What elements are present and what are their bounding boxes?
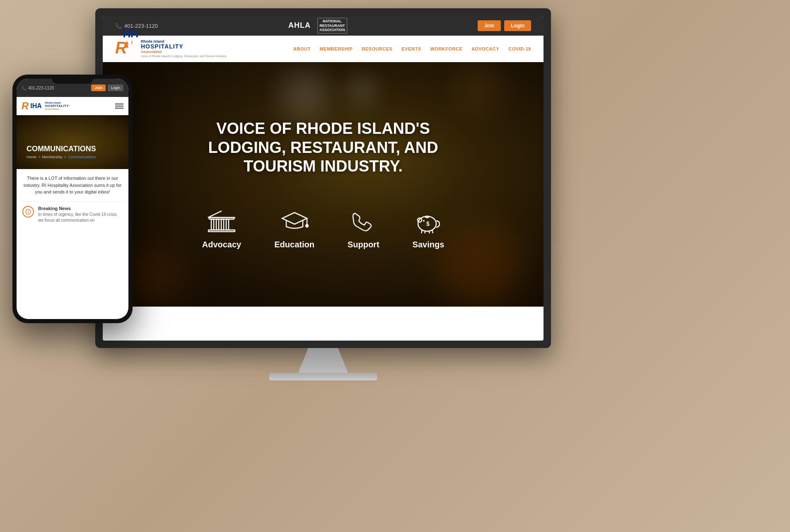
monitor-screen: 📞 401-223-1120 AHLA NATIONAL RESTAURANT … bbox=[103, 16, 544, 341]
support-icon bbox=[349, 209, 378, 234]
svg-rect-2 bbox=[211, 219, 214, 230]
desktop-join-button[interactable]: Join bbox=[478, 20, 501, 31]
svg-text:$: $ bbox=[426, 220, 430, 227]
bokeh-light-3 bbox=[458, 66, 500, 108]
logo-tagline-text: Voice of Rhode Island's Lodging, Restaur… bbox=[141, 55, 227, 58]
svg-rect-12 bbox=[425, 216, 429, 218]
breaking-news-content: Breaking News In times of urgency, like … bbox=[38, 206, 123, 223]
desktop-login-button[interactable]: Login bbox=[504, 20, 531, 31]
phone-login-button[interactable]: Login bbox=[108, 85, 123, 91]
hero-education-item[interactable]: Education bbox=[274, 209, 314, 249]
nav-link-resources[interactable]: RESOURCES bbox=[362, 46, 392, 51]
nav-link-about[interactable]: ABOUT bbox=[293, 46, 311, 51]
svg-line-13 bbox=[421, 230, 422, 233]
hero-title: VOICE OF RHODE ISLAND'S LODGING, RESTAUR… bbox=[178, 119, 468, 176]
bokeh-light-5 bbox=[125, 244, 187, 307]
phone-logo-r: R bbox=[22, 100, 29, 112]
monitor-stand bbox=[298, 348, 348, 373]
phone-number: 📞 401-223-1120 bbox=[22, 86, 54, 90]
hero-advocacy-item[interactable]: Advocacy bbox=[202, 209, 242, 249]
desktop-nav-links: ABOUT MEMBERSHIP RESOURCES EVENTS WORKFO… bbox=[293, 46, 531, 51]
svg-rect-3 bbox=[216, 219, 219, 230]
partner-logos: AHLA NATIONAL RESTAURANT ASSOCIATION bbox=[288, 18, 347, 34]
breaking-news-title: Breaking News bbox=[38, 206, 123, 211]
logo-letters: R I HA bbox=[115, 39, 138, 58]
desktop-monitor: 📞 401-223-1120 AHLA NATIONAL RESTAURANT … bbox=[95, 8, 551, 381]
bokeh-light-4 bbox=[439, 224, 522, 307]
monitor-body: 📞 401-223-1120 AHLA NATIONAL RESTAURANT … bbox=[95, 8, 551, 348]
phone-notch bbox=[52, 75, 93, 84]
advocacy-icon bbox=[207, 209, 236, 234]
nav-link-covid[interactable]: COVID-19 bbox=[508, 46, 531, 51]
svg-rect-5 bbox=[226, 219, 229, 230]
hamburger-line-1 bbox=[115, 104, 123, 104]
logo-tree-icon bbox=[124, 40, 129, 48]
phone-logo: R IHA Rhode Island HOSPITALITY Associati… bbox=[22, 100, 69, 112]
breadcrumb-current: Communications bbox=[68, 155, 96, 159]
nav-link-advocacy[interactable]: ADVOCACY bbox=[471, 46, 499, 51]
breadcrumb-membership[interactable]: Membership bbox=[42, 155, 63, 159]
phone-breadcrumb: Home > Membership > Communications bbox=[27, 155, 118, 159]
phone-device: 📞 401-223-1120 Join Login R IHA Rhode Is… bbox=[12, 75, 133, 323]
phone-icon-small: 📞 bbox=[22, 86, 27, 90]
phone-join-button[interactable]: Join bbox=[91, 85, 106, 91]
svg-point-21 bbox=[28, 213, 29, 213]
desktop-auth-buttons: Join Login bbox=[478, 20, 531, 31]
hamburger-line-3 bbox=[115, 108, 123, 109]
hero-icon-row: Advocacy bbox=[202, 209, 445, 249]
bokeh-light-2 bbox=[345, 75, 378, 108]
hamburger-menu[interactable] bbox=[115, 104, 123, 109]
phone-main-content: There is a LOT of information out there … bbox=[17, 169, 128, 201]
breadcrumb-home[interactable]: Home bbox=[27, 155, 36, 159]
breaking-news-icon bbox=[22, 206, 34, 218]
logo-hospitality-text: HOSPITALITY bbox=[141, 44, 227, 50]
savings-icon: $ bbox=[414, 209, 443, 234]
bokeh-light-1 bbox=[279, 70, 329, 120]
breaking-news-text: In times of urgency, like the Covid-19 c… bbox=[38, 212, 123, 223]
desktop-logo: R I HA Rhode Island HO bbox=[115, 39, 227, 58]
nav-link-workforce[interactable]: WORKFORCE bbox=[430, 46, 462, 51]
ahla-logo: AHLA bbox=[288, 21, 311, 30]
nav-link-events[interactable]: EVENTS bbox=[401, 46, 421, 51]
alert-icon bbox=[25, 209, 31, 215]
svg-point-11 bbox=[423, 220, 425, 222]
phone-content-text: There is a LOT of information out there … bbox=[22, 175, 123, 196]
bokeh-overlay bbox=[103, 62, 544, 307]
hero-background: VOICE OF RHODE ISLAND'S LODGING, RESTAUR… bbox=[103, 62, 544, 307]
support-label: Support bbox=[348, 240, 379, 249]
scene: 📞 401-223-1120 AHLA NATIONAL RESTAURANT … bbox=[0, 0, 790, 532]
phone-logo-iha: IHA bbox=[30, 102, 42, 110]
education-label: Education bbox=[274, 240, 314, 249]
phone-icon: 📞 bbox=[115, 23, 122, 29]
logo-text: Rhode Island HOSPITALITY Association Voi… bbox=[141, 40, 227, 58]
svg-point-9 bbox=[306, 225, 308, 227]
svg-line-16 bbox=[432, 230, 433, 233]
savings-label: Savings bbox=[413, 240, 445, 249]
advocacy-label: Advocacy bbox=[202, 240, 242, 249]
desktop-hero: VOICE OF RHODE ISLAND'S LODGING, RESTAUR… bbox=[103, 62, 544, 307]
monitor-base bbox=[269, 373, 377, 380]
logo-letter-ha: HA bbox=[123, 27, 138, 40]
phone-screen: 📞 401-223-1120 Join Login R IHA Rhode Is… bbox=[17, 79, 128, 319]
hamburger-line-2 bbox=[115, 106, 123, 106]
logo-association-text: Association bbox=[141, 50, 227, 54]
desktop-top-bar: 📞 401-223-1120 AHLA NATIONAL RESTAURANT … bbox=[103, 16, 544, 36]
svg-marker-0 bbox=[125, 41, 129, 48]
desktop-nav-bar: R I HA Rhode Island HO bbox=[103, 36, 544, 62]
nav-link-membership[interactable]: MEMBERSHIP bbox=[320, 46, 353, 51]
hero-savings-item[interactable]: $ Savings bbox=[413, 209, 445, 249]
breadcrumb-sep-1: > bbox=[38, 155, 40, 159]
logo-letter-i: I bbox=[131, 40, 133, 45]
nra-logo: NATIONAL RESTAURANT ASSOCIATION bbox=[317, 18, 347, 34]
svg-rect-6 bbox=[208, 230, 235, 232]
phone-breaking-news: Breaking News In times of urgency, like … bbox=[17, 201, 128, 227]
phone-hero: COMMUNICATIONS Home > Membership > Commu… bbox=[17, 115, 128, 169]
phone-number-text: 401-223-1120 bbox=[28, 86, 54, 90]
education-icon bbox=[280, 209, 309, 234]
phone-auth-buttons: Join Login bbox=[91, 85, 123, 91]
hero-support-item[interactable]: Support bbox=[348, 209, 379, 249]
svg-rect-4 bbox=[221, 219, 224, 230]
phone-hero-title: COMMUNICATIONS bbox=[27, 145, 118, 153]
breadcrumb-sep-2: > bbox=[64, 155, 66, 159]
phone-nav: R IHA Rhode Island HOSPITALITY Associati… bbox=[17, 97, 128, 115]
